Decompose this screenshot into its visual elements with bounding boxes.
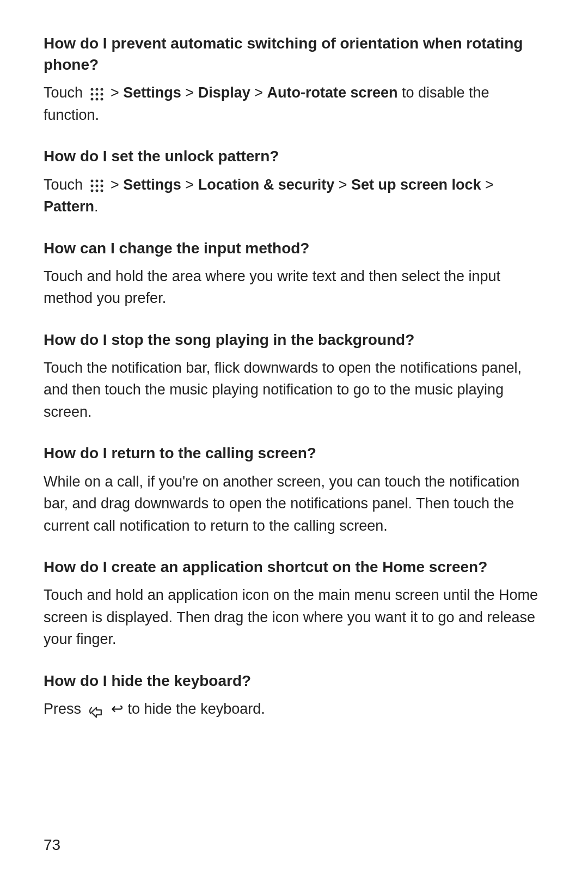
question-hide-keyboard: How do I hide the keyboard? bbox=[44, 670, 544, 691]
question-unlock-pattern: How do I set the unlock pattern? bbox=[44, 145, 544, 167]
svg-point-13 bbox=[95, 185, 98, 187]
svg-point-9 bbox=[90, 180, 93, 183]
page-content: How do I prevent automatic switching of … bbox=[0, 0, 588, 783]
answer-unlock-pattern: Touch > Settings > Location & security >… bbox=[44, 174, 544, 218]
question-orientation: How do I prevent automatic switching of … bbox=[44, 33, 544, 75]
section-calling-screen: How do I return to the calling screen? W… bbox=[44, 442, 544, 537]
svg-point-16 bbox=[95, 190, 98, 192]
svg-point-5 bbox=[100, 93, 103, 96]
question-stop-song: How do I stop the song playing in the ba… bbox=[44, 329, 544, 350]
display-label: Display bbox=[198, 84, 250, 101]
answer-input-method: Touch and hold the area where you write … bbox=[44, 265, 544, 309]
svg-point-15 bbox=[90, 190, 93, 192]
question-calling-screen: How do I return to the calling screen? bbox=[44, 442, 544, 464]
settings-label-1: Settings bbox=[123, 84, 181, 101]
answer-orientation: Touch > Settings > Display > Auto-rotate… bbox=[44, 82, 544, 126]
svg-point-4 bbox=[95, 93, 98, 96]
page-number: 73 bbox=[44, 836, 60, 854]
pattern-label: Pattern bbox=[44, 198, 94, 215]
back-icon bbox=[88, 702, 105, 718]
section-stop-song: How do I stop the song playing in the ba… bbox=[44, 329, 544, 423]
location-security-label: Location & security bbox=[198, 177, 335, 193]
svg-point-10 bbox=[95, 180, 98, 183]
grid-icon-2 bbox=[89, 178, 105, 193]
svg-point-1 bbox=[95, 88, 98, 91]
svg-point-8 bbox=[100, 98, 103, 101]
set-up-screen-lock-label: Set up screen lock bbox=[351, 177, 481, 193]
settings-label-2: Settings bbox=[123, 177, 181, 193]
answer-hide-keyboard: Press ↩ to hide the keyboard. bbox=[44, 698, 544, 720]
section-app-shortcut: How do I create an application shortcut … bbox=[44, 556, 544, 651]
svg-point-11 bbox=[100, 180, 103, 183]
question-app-shortcut: How do I create an application shortcut … bbox=[44, 556, 544, 578]
svg-point-6 bbox=[90, 98, 93, 101]
svg-point-14 bbox=[100, 185, 103, 187]
svg-point-12 bbox=[90, 185, 93, 187]
svg-point-7 bbox=[95, 98, 98, 101]
svg-point-3 bbox=[90, 93, 93, 96]
section-input-method: How can I change the input method? Touch… bbox=[44, 238, 544, 309]
section-hide-keyboard: How do I hide the keyboard? Press ↩ to h… bbox=[44, 670, 544, 720]
answer-calling-screen: While on a call, if you're on another sc… bbox=[44, 471, 544, 537]
question-input-method: How can I change the input method? bbox=[44, 238, 544, 259]
answer-app-shortcut: Touch and hold an application icon on th… bbox=[44, 584, 544, 651]
svg-point-0 bbox=[90, 88, 93, 91]
section-orientation: How do I prevent automatic switching of … bbox=[44, 33, 544, 126]
svg-point-2 bbox=[100, 88, 103, 91]
answer-stop-song: Touch the notification bar, flick downwa… bbox=[44, 357, 544, 423]
section-unlock-pattern: How do I set the unlock pattern? Touch >… bbox=[44, 145, 544, 217]
svg-point-17 bbox=[100, 190, 103, 192]
auto-rotate-label: Auto-rotate screen bbox=[267, 84, 397, 101]
grid-icon-1 bbox=[89, 86, 105, 101]
